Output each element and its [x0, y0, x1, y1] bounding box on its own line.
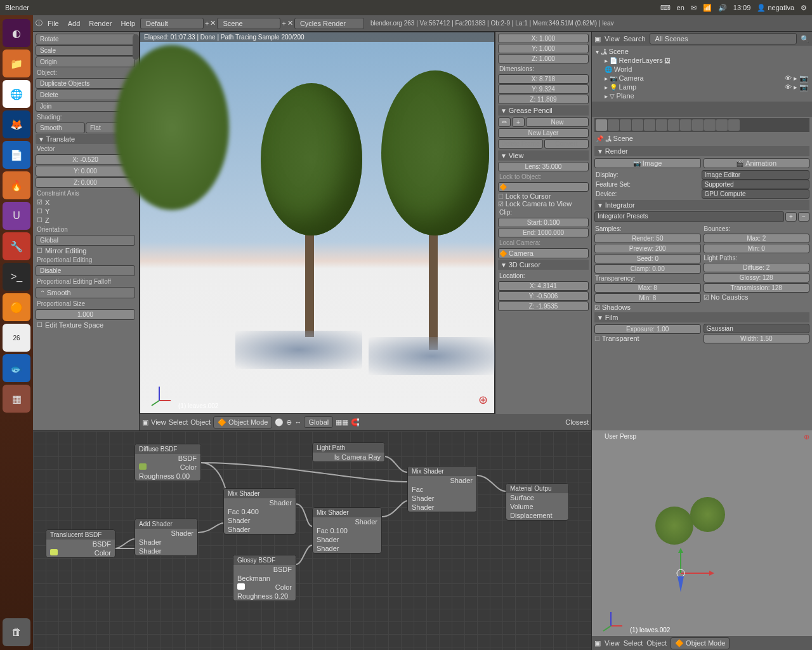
keyboard-icon[interactable]: ⌨ — [660, 4, 671, 12]
tab-scene[interactable] — [620, 119, 631, 131]
snap-mode[interactable]: Closest — [565, 418, 589, 426]
scale-y[interactable]: Y: 1.000 — [498, 44, 589, 53]
cursor-x[interactable]: X: 4.3141 — [498, 281, 589, 291]
gear-icon[interactable]: ⚙ — [801, 4, 807, 12]
propsize-input[interactable]: 1.000 — [36, 309, 135, 320]
files-icon[interactable]: 📁 — [3, 50, 30, 77]
node-material-output[interactable]: Material Outpu Surface Volume Displaceme… — [506, 483, 569, 521]
node-mix-shader-2[interactable]: Mix Shader Shader Fac 0.100 Shader Shade… — [312, 507, 382, 554]
new-button[interactable]: New — [526, 117, 589, 127]
search-label[interactable]: Search — [624, 35, 646, 43]
settings-icon[interactable]: 🔧 — [3, 232, 30, 260]
ubuntu-one-icon[interactable]: U — [3, 202, 30, 230]
preset-add-icon[interactable]: + — [785, 212, 797, 222]
smooth-button[interactable]: Smooth — [36, 123, 85, 133]
layout-add-icon[interactable]: + — [205, 20, 209, 27]
node-mix-shader-1[interactable]: Mix Shader Shader Fac 0.400 Shader Shade… — [223, 488, 296, 534]
mirror-check[interactable]: ☐ Mirror Editing — [36, 246, 135, 255]
user-menu[interactable]: 👤 negativa — [757, 4, 794, 12]
node-light-path[interactable]: Light Path Is Camera Ray — [312, 442, 385, 462]
node-add-shader[interactable]: Add Shader Shader Shader Shader — [134, 519, 198, 556]
delframe-button[interactable]: Delete Frame — [498, 139, 543, 149]
select-menu[interactable]: Select — [169, 418, 188, 426]
engine-dropdown[interactable]: Cycles Render — [294, 18, 364, 29]
tree-world[interactable]: 🌐 World — [594, 65, 809, 74]
snap-icon[interactable]: 🧲 — [351, 418, 360, 427]
workspace-icon[interactable]: ▦ — [3, 385, 30, 413]
menu-help[interactable]: Help — [117, 18, 139, 29]
blender-icon[interactable]: 🟠 — [3, 293, 30, 321]
layout-dropdown[interactable]: Default — [140, 18, 204, 29]
preview-samples[interactable]: Preview: 200 — [594, 244, 701, 253]
dash-icon[interactable]: ◐ — [3, 19, 30, 47]
pivot-icon[interactable]: ⊕ — [286, 418, 292, 427]
tab-data[interactable] — [680, 119, 691, 131]
clip-start[interactable]: Start: 0.100 — [498, 218, 589, 227]
search-icon[interactable]: 🔍 — [801, 35, 809, 43]
nocaustics-check[interactable]: ☑ No Caustics — [704, 293, 810, 301]
view-menu[interactable]: View — [605, 35, 620, 43]
terminal-icon[interactable]: >_ — [3, 263, 30, 291]
dim-y[interactable]: Y: 9.324 — [498, 84, 589, 94]
layout-del-icon[interactable]: ✕ — [210, 19, 216, 27]
integrator-panel[interactable]: ▼ Integrator — [594, 200, 809, 210]
volume-icon[interactable]: 🔊 — [718, 4, 727, 12]
device-dd[interactable]: GPU Compute — [702, 189, 810, 199]
mail-icon[interactable]: ✉ — [691, 4, 697, 12]
clamp-input[interactable]: Clamp: 0.00 — [594, 264, 701, 274]
app-icon[interactable]: 🔥 — [3, 171, 30, 199]
editor-type-icon[interactable]: ▣ — [142, 418, 148, 427]
tab-object[interactable] — [644, 119, 655, 131]
display-dd[interactable]: Image Editor — [702, 170, 810, 180]
view-menu[interactable]: View — [151, 418, 166, 426]
film-panel[interactable]: ▼ Film — [594, 312, 809, 322]
app2-icon[interactable]: 🐟 — [3, 354, 30, 382]
newlayer-button[interactable]: New Layer — [498, 128, 589, 138]
render-samples[interactable]: Render: 50 — [594, 234, 701, 243]
gp-draw-icon[interactable]: ✏ — [498, 117, 511, 127]
select-menu[interactable]: Select — [624, 639, 643, 647]
scale-z[interactable]: Z: 1.000 — [498, 54, 589, 63]
gp-panel[interactable]: ▼ Grease Pencil — [498, 105, 589, 116]
tab-texture[interactable] — [704, 119, 716, 131]
node-mix-shader-3[interactable]: Mix Shader Shader Fac Shader Shader — [407, 466, 477, 512]
tab-particles[interactable] — [716, 119, 728, 131]
layers-widget[interactable]: ▦▦ — [336, 418, 348, 427]
orientation-dropdown[interactable]: Global — [36, 235, 135, 246]
tab-material[interactable] — [692, 119, 704, 131]
tab-constraints[interactable] — [656, 119, 667, 131]
menu-render[interactable]: Render — [85, 18, 115, 29]
constraint-z[interactable]: ☐ Z — [36, 216, 135, 225]
bounces-min[interactable]: Min: 0 — [704, 244, 810, 253]
camera-field[interactable]: 🔶 Camera — [498, 248, 589, 258]
tree-scene[interactable]: ▾ 🏞 Scene — [594, 47, 809, 56]
dim-z[interactable]: Z: 11.809 — [498, 95, 589, 104]
lockcursor-check[interactable]: ☐ Lock to Cursor — [498, 192, 589, 200]
render-panel[interactable]: ▼ Render — [594, 146, 809, 156]
tree-renderlayers[interactable]: ▸ 📄 RenderLayers 🖼 — [594, 56, 809, 65]
tree-lamp[interactable]: ▸ 💡 Lamp 👁 ▸ 📷 — [594, 83, 809, 91]
diffuse-bounces[interactable]: Diffuse: 2 — [704, 263, 810, 272]
secondary-viewport[interactable]: User Persp ⊕ (1) leaves.002 ▣ View Selec… — [591, 430, 812, 650]
calendar-icon[interactable]: 26 — [3, 324, 30, 352]
edittex-check[interactable]: ☐ Edit Texture Space — [36, 321, 135, 329]
menu-add[interactable]: Add — [64, 18, 84, 29]
editor-type-icon[interactable]: ▣ — [594, 639, 601, 647]
propedit-dropdown[interactable]: Disable — [36, 265, 135, 276]
view-panel[interactable]: ▼ View — [498, 150, 589, 161]
filter-dd[interactable]: Gaussian — [704, 324, 810, 333]
view-menu[interactable]: View — [605, 639, 620, 647]
tree-plane[interactable]: ▸ ▽ Plane — [594, 91, 809, 100]
lockcam-check[interactable]: ☑ Lock Camera to View — [498, 200, 589, 208]
node-glossy-bsdf[interactable]: Glossy BSDF BSDF Beckmann Color Roughnes… — [233, 555, 296, 601]
dim-x[interactable]: X: 8.718 — [498, 74, 589, 84]
chrome-icon[interactable]: 🌐 — [3, 80, 30, 108]
manipulator-gizmo[interactable] — [665, 548, 716, 599]
scene-del-icon[interactable]: ✕ — [287, 19, 293, 27]
clip-end[interactable]: End: 1000.000 — [498, 228, 589, 237]
scene-dropdown[interactable]: Scene — [217, 18, 280, 29]
image-button[interactable]: 📷 Image — [594, 158, 701, 168]
writer-icon[interactable]: 📄 — [3, 141, 30, 169]
filter-width[interactable]: Width: 1.50 — [704, 334, 810, 343]
lockobj-field[interactable]: 🔶 — [498, 182, 589, 192]
